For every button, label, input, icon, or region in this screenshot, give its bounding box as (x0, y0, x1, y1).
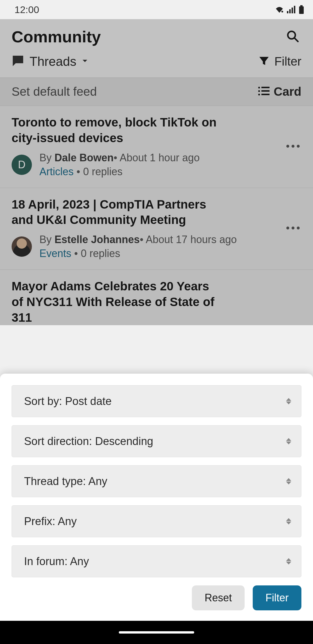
thread-title: 18 April, 2023 | CompTIA Partners and UK… (12, 197, 220, 228)
thread-title: Mayor Adams Celebrates 20 Years of NYC31… (12, 278, 220, 325)
view-toggle[interactable]: Card (258, 85, 301, 99)
threads-dropdown[interactable]: Threads (12, 54, 88, 69)
sort-by-select[interactable]: Sort by: Post date (12, 385, 301, 417)
svg-rect-4 (294, 6, 295, 13)
thread-type-select[interactable]: Thread type: Any (12, 465, 301, 497)
funnel-icon (259, 56, 269, 67)
set-default-feed-link[interactable]: Set default feed (12, 85, 97, 99)
thread-category-line: Events • 0 replies (39, 247, 237, 260)
more-icon (286, 145, 300, 148)
svg-rect-5 (300, 5, 303, 6)
sort-icon (286, 438, 291, 444)
page-title: Community (12, 27, 101, 46)
view-mode-label: Card (274, 85, 301, 99)
sort-icon (286, 558, 291, 565)
thread-byline: By Estelle Johannes• About 17 hours ago (39, 234, 237, 246)
battery-icon (299, 5, 304, 14)
chevron-down-icon (81, 57, 88, 66)
apply-filter-button[interactable]: Filter (253, 585, 301, 610)
thread-item[interactable]: 18 April, 2023 | CompTIA Partners and UK… (0, 188, 313, 270)
wifi-icon (275, 6, 284, 13)
thread-list: Toronto to remove, block TikTok on city-… (0, 106, 313, 325)
thread-category-link[interactable]: Events (39, 247, 71, 259)
svg-rect-6 (299, 6, 304, 14)
thread-category-line: Articles • 0 replies (39, 166, 200, 178)
more-icon (286, 227, 300, 229)
avatar[interactable] (12, 236, 32, 257)
sort-direction-select[interactable]: Sort direction: Descending (12, 425, 301, 457)
more-button[interactable] (285, 142, 301, 151)
status-icons (275, 5, 304, 14)
filter-label: Filter (274, 55, 301, 68)
prefix-select[interactable]: Prefix: Any (12, 505, 301, 537)
svg-point-0 (281, 11, 283, 12)
filter-button[interactable]: Filter (259, 55, 301, 68)
thread-category-link[interactable]: Articles (39, 166, 74, 178)
app-header: Community (0, 19, 313, 51)
sort-icon (286, 478, 291, 484)
threads-label: Threads (30, 54, 76, 69)
svg-rect-1 (287, 11, 288, 13)
thread-item[interactable]: Mayor Adams Celebrates 20 Years of NYC31… (0, 270, 313, 325)
svg-rect-12 (261, 90, 270, 92)
navigation-bar (0, 621, 313, 644)
home-indicator[interactable] (119, 631, 194, 634)
svg-rect-2 (289, 9, 291, 13)
select-label: Thread type: Any (24, 475, 107, 488)
thread-byline: By Dale Bowen• About 1 hour ago (39, 152, 200, 164)
thread-title: Toronto to remove, block TikTok on city-… (12, 115, 220, 146)
in-forum-select[interactable]: In forum: Any (12, 545, 301, 577)
default-feed-row: Set default feed Card (0, 77, 313, 106)
status-bar: 12:00 (0, 0, 313, 19)
svg-point-13 (258, 94, 260, 95)
svg-rect-3 (292, 8, 293, 13)
select-label: Prefix: Any (24, 515, 77, 528)
select-label: Sort by: Post date (24, 395, 112, 408)
more-button[interactable] (285, 224, 301, 232)
list-icon (258, 86, 270, 97)
thread-item[interactable]: Toronto to remove, block TikTok on city-… (0, 106, 313, 188)
filter-sheet: Sort by: Post date Sort direction: Desce… (0, 374, 313, 621)
search-icon (286, 29, 300, 44)
svg-line-8 (294, 38, 298, 41)
svg-rect-14 (261, 94, 270, 95)
select-label: In forum: Any (24, 555, 89, 568)
sort-icon (286, 398, 291, 404)
status-time: 12:00 (9, 4, 39, 15)
chat-icon (12, 55, 24, 68)
search-button[interactable] (284, 28, 301, 46)
svg-point-9 (258, 87, 260, 88)
avatar[interactable]: D (12, 155, 32, 175)
reset-button[interactable]: Reset (192, 585, 245, 610)
svg-rect-10 (261, 87, 270, 88)
select-label: Sort direction: Descending (24, 435, 153, 448)
svg-point-11 (258, 90, 260, 92)
sort-icon (286, 518, 291, 524)
tabs-row: Threads Filter (0, 51, 313, 77)
signal-icon (287, 6, 296, 13)
